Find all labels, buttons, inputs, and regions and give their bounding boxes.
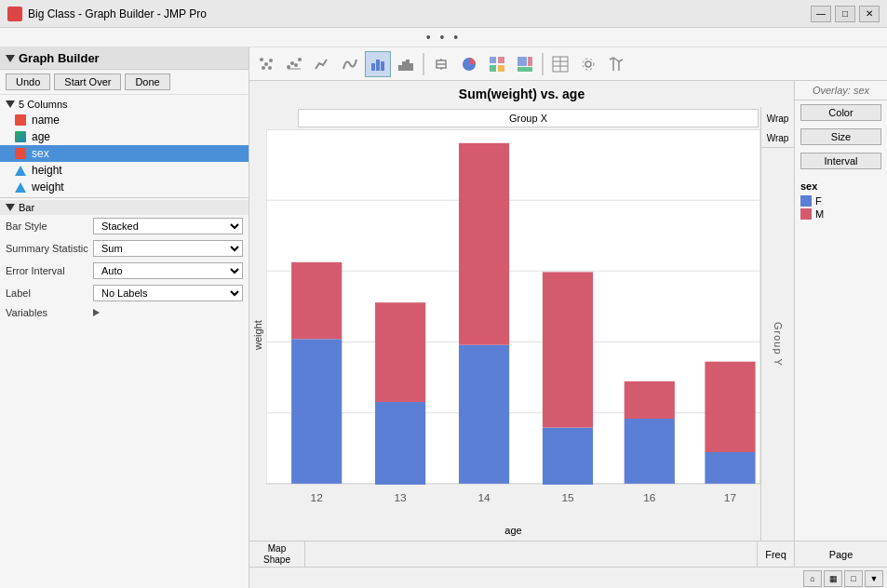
column-name[interactable]: name	[0, 112, 249, 128]
action-buttons: Undo Start Over Done	[0, 70, 249, 95]
svg-rect-24	[490, 65, 496, 72]
continuous-icon-height	[15, 166, 26, 176]
variables-label: Variables	[6, 307, 89, 318]
bar-style-select[interactable]: Stacked Side by Side Overlapped	[93, 218, 243, 234]
column-age[interactable]: age	[0, 128, 249, 145]
continuous-icon	[15, 131, 26, 142]
start-over-button[interactable]: Start Over	[54, 74, 121, 90]
variables-row: Variables	[0, 304, 249, 321]
nav-chart-button[interactable]: ▦	[824, 570, 842, 587]
nav-home-button[interactable]: ⌂	[803, 570, 822, 587]
done-button[interactable]: Done	[125, 74, 169, 90]
svg-rect-22	[490, 57, 496, 63]
column-sex[interactable]: sex	[0, 145, 249, 162]
legend-color-f	[800, 195, 812, 207]
svg-rect-26	[517, 57, 527, 66]
summary-stat-select[interactable]: Sum Mean Count N	[93, 240, 243, 257]
svg-rect-12	[381, 61, 384, 71]
svg-point-2	[269, 59, 273, 62]
svg-rect-14	[402, 61, 406, 71]
size-button[interactable]: Size	[800, 128, 881, 145]
group-y-label: Group Y	[773, 322, 784, 367]
tool-scatter[interactable]	[281, 51, 307, 77]
color-button[interactable]: Color	[800, 104, 881, 121]
nav-window-button[interactable]: □	[844, 570, 863, 587]
svg-rect-23	[498, 57, 504, 63]
window-title: Big Class - Graph Builder - JMP Pro	[28, 7, 207, 20]
bar-section-label: Bar	[19, 202, 34, 213]
legend-area: sex F M	[795, 173, 887, 229]
error-interval-select[interactable]: Auto None Std Dev	[93, 262, 243, 279]
svg-point-6	[290, 61, 294, 65]
legend-title: sex	[800, 180, 881, 192]
chart-area: weight	[249, 129, 794, 541]
y-axis-label: weight	[249, 129, 266, 541]
svg-text:13: 13	[395, 491, 408, 503]
graph-title: Sum(weight) vs. age	[249, 81, 794, 107]
freq-cell[interactable]: Freq	[757, 541, 794, 567]
svg-rect-10	[371, 63, 375, 71]
bar-section-header: Bar	[0, 200, 249, 215]
nominal-icon	[15, 114, 26, 126]
variables-expand-icon[interactable]	[93, 309, 100, 316]
wrap-panel[interactable]: Wrap	[761, 129, 794, 148]
tool-map[interactable]	[603, 51, 629, 77]
legend-item-m: M	[800, 208, 881, 220]
svg-point-1	[264, 62, 268, 66]
tool-box[interactable]	[428, 51, 454, 77]
tool-pie[interactable]	[456, 51, 482, 77]
bar-collapse-icon[interactable]	[6, 204, 15, 211]
svg-point-0	[260, 58, 263, 61]
overlay-title: Overlay: sex	[795, 81, 887, 100]
bar-13-male	[375, 302, 425, 402]
chart-svg: 0 250 500 750 1000 1250	[266, 129, 760, 503]
svg-point-5	[287, 65, 290, 69]
bar-15-male	[543, 272, 593, 427]
bar-17-male	[705, 362, 755, 452]
tool-treemap[interactable]	[512, 51, 538, 77]
tool-settings[interactable]	[575, 51, 601, 77]
col-sex-label: sex	[32, 147, 49, 160]
page-cell[interactable]: Page	[794, 541, 887, 567]
continuous-icon-weight	[15, 182, 26, 193]
tool-points[interactable]	[253, 51, 279, 77]
col-age-label: age	[32, 130, 50, 143]
column-height[interactable]: height	[0, 162, 249, 179]
tool-line[interactable]	[309, 51, 335, 77]
bar-style-row: Bar Style Stacked Side by Side Overlappe…	[0, 215, 249, 237]
tool-smooth[interactable]	[337, 51, 363, 77]
legend-color-m	[800, 208, 812, 220]
map-shape-cell[interactable]: Map Shape	[249, 541, 305, 567]
svg-point-3	[262, 66, 265, 70]
minimize-button[interactable]: —	[811, 6, 831, 22]
col-name-label: name	[32, 114, 60, 127]
tool-heat[interactable]	[484, 51, 510, 77]
undo-button[interactable]: Undo	[6, 74, 50, 90]
svg-text:14: 14	[477, 491, 491, 503]
summary-stat-label: Summary Statistic	[6, 243, 89, 254]
panel-title: Graph Builder	[19, 51, 100, 65]
toolbar	[249, 47, 887, 81]
svg-point-8	[298, 58, 302, 61]
x-axis-label: age	[266, 525, 760, 536]
columns-collapse-icon[interactable]	[6, 100, 15, 108]
label-select[interactable]: No Labels Value	[93, 285, 243, 301]
svg-point-4	[268, 66, 272, 70]
collapse-icon[interactable]	[6, 55, 15, 62]
column-weight[interactable]: weight	[0, 179, 249, 195]
tool-bar[interactable]	[365, 51, 391, 77]
svg-rect-16	[410, 63, 413, 71]
interval-button[interactable]: Interval	[800, 153, 881, 169]
tool-table[interactable]	[547, 51, 573, 77]
svg-point-7	[294, 63, 298, 67]
nav-dropdown-button[interactable]: ▼	[865, 570, 883, 587]
graph-main: Sum(weight) vs. age Group X Wrap weight	[249, 81, 794, 541]
tool-histogram[interactable]	[393, 51, 419, 77]
close-button[interactable]: ✕	[859, 6, 880, 22]
bar-14-male	[459, 143, 509, 345]
wrap-label[interactable]: Wrap	[760, 107, 794, 129]
legend-item-f: F	[800, 195, 881, 207]
col-height-label: height	[32, 164, 62, 177]
maximize-button[interactable]: □	[835, 6, 855, 22]
right-area: Sum(weight) vs. age Group X Wrap weight	[249, 47, 887, 588]
